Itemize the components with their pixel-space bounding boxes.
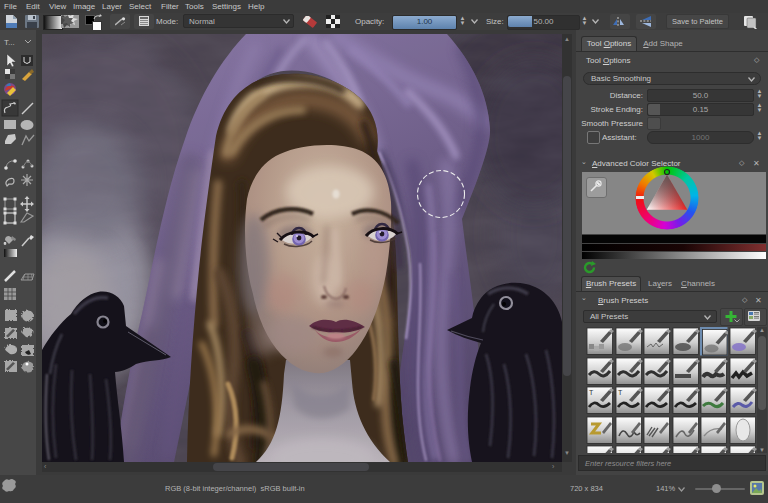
svg-text:T...: T... — [4, 38, 15, 47]
svg-text:T: T — [589, 389, 594, 396]
svg-text:T: T — [618, 389, 623, 396]
